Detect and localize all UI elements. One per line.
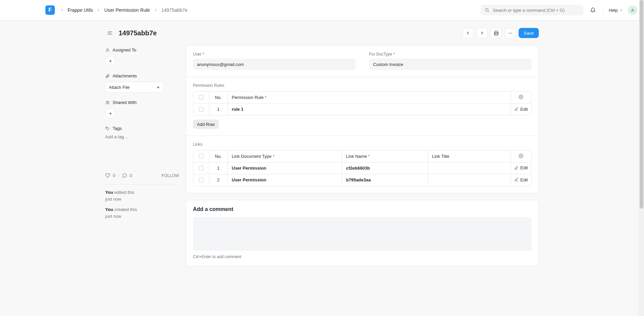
menu-icon (107, 30, 113, 36)
next-button[interactable] (476, 28, 488, 38)
svg-point-8 (512, 33, 512, 33)
required-asterisk: * (203, 52, 204, 57)
notifications-button[interactable] (588, 5, 598, 15)
help-dropdown[interactable]: Help (609, 8, 623, 13)
row-lname: b795ade3aa (346, 177, 371, 182)
attachments-section-title: Attachments (105, 73, 179, 78)
comment-section-title: Add a comment (193, 206, 532, 212)
follow-button[interactable]: FOLLOW (162, 173, 179, 178)
svg-point-15 (108, 101, 109, 102)
links-section-label: Links (193, 142, 532, 147)
row-lname: cf2eb6603b (346, 166, 370, 171)
svg-point-20 (521, 155, 522, 156)
col-rule-header: Permission Rule * (228, 92, 511, 103)
col-no-header: No. (209, 92, 228, 103)
sidebar-toggle-button[interactable] (105, 28, 115, 38)
row-rule: rule 1 (232, 107, 244, 112)
doc-stats: 0 · 0 FOLLOW (105, 167, 179, 184)
row-checkbox[interactable] (199, 178, 204, 182)
plus-icon (108, 59, 113, 63)
svg-point-14 (106, 101, 108, 102)
heart-icon[interactable] (105, 173, 110, 178)
chevron-right-icon (59, 8, 64, 12)
svg-line-1 (488, 11, 489, 12)
avatar-letter: A (631, 8, 634, 13)
table-settings-button[interactable] (519, 153, 523, 158)
doctype-field[interactable] (369, 59, 532, 70)
app-logo-letter: F (48, 7, 52, 13)
table-row[interactable]: 1 User Permission cf2eb6603b Edit (193, 162, 531, 174)
chevron-right-icon (153, 8, 158, 12)
col-lname-header: Link Name * (342, 150, 428, 162)
row-no: 1 (209, 162, 228, 174)
printer-icon (494, 31, 499, 36)
select-all-checkbox[interactable] (199, 154, 204, 159)
comment-textarea[interactable] (193, 217, 532, 251)
search-icon (485, 8, 489, 12)
plus-icon (108, 111, 113, 116)
col-no-header: No. (209, 150, 228, 162)
tags-section-title: Tags (105, 126, 179, 131)
dots-icon (508, 31, 513, 36)
plus-icon (156, 85, 160, 90)
activity-item: You edited this just now (105, 189, 179, 202)
activity-text: edited this (113, 190, 134, 195)
assigned-to-label: Assigned To (113, 47, 136, 52)
chevron-down-icon (619, 8, 623, 12)
app-logo[interactable]: F (45, 5, 55, 15)
svg-point-0 (486, 8, 488, 11)
add-assignee-button[interactable] (105, 56, 115, 66)
edit-row-button[interactable]: Edit (514, 177, 528, 182)
add-tag-input[interactable]: Add a tag ... (105, 134, 179, 139)
row-checkbox[interactable] (199, 166, 204, 171)
avatar[interactable]: A (628, 5, 637, 15)
row-ldt: User Permission (232, 166, 267, 171)
edit-row-button[interactable]: Edit (514, 165, 528, 170)
activity-item: You created this just now (105, 206, 179, 219)
scrollbar[interactable] (639, 0, 644, 316)
breadcrumb-link[interactable]: User Permission Rule (104, 7, 150, 13)
required-asterisk: * (368, 154, 370, 159)
table-header-row: No. Permission Rule * (193, 92, 531, 103)
row-no: 1 (209, 103, 228, 115)
required-asterisk: * (273, 154, 274, 159)
table-row[interactable]: 1 rule 1 Edit (193, 103, 531, 115)
activity-time: just now (105, 214, 121, 219)
svg-rect-5 (495, 33, 498, 35)
tags-label: Tags (113, 126, 122, 131)
activity-log: You edited this just now You created thi… (105, 184, 179, 219)
table-row[interactable]: 2 User Permission b795ade3aa Edit (193, 174, 531, 186)
edit-row-button[interactable]: Edit (514, 107, 528, 112)
table-header-row: No. Link Document Type * Link Name * Lin… (193, 150, 531, 162)
search-input[interactable] (492, 7, 579, 13)
breadcrumb-current: 14975abb7e (161, 7, 188, 13)
col-ltitle-header: Link Title (428, 150, 511, 162)
scrollbar-thumb[interactable] (640, 0, 643, 209)
gear-icon (519, 153, 523, 158)
print-button[interactable] (490, 28, 502, 38)
assigned-to-section-title: Assigned To (105, 47, 179, 52)
user-field[interactable] (193, 59, 356, 70)
chevron-right-icon (96, 8, 101, 12)
svg-point-7 (510, 33, 511, 33)
attach-file-button[interactable]: Attach File (105, 82, 164, 93)
search-box[interactable] (481, 5, 583, 15)
svg-point-19 (521, 96, 522, 98)
tag-icon (105, 126, 110, 131)
comment-icon[interactable] (122, 173, 127, 178)
pencil-icon (514, 107, 518, 111)
doctype-field-label: For DocType * (369, 52, 532, 57)
row-checkbox[interactable] (199, 107, 204, 112)
likes-count: 0 (113, 173, 115, 178)
select-all-checkbox[interactable] (199, 95, 204, 100)
add-row-button[interactable]: Add Row (193, 119, 219, 129)
table-settings-button[interactable] (519, 95, 523, 99)
menu-button[interactable] (505, 28, 516, 38)
bell-icon (590, 7, 596, 13)
breadcrumb-link[interactable]: Frappe Utils (68, 7, 93, 13)
dot: · (118, 173, 119, 178)
prev-button[interactable] (462, 28, 474, 38)
links-table: No. Link Document Type * Link Name * Lin… (193, 150, 532, 186)
save-button[interactable]: Save (519, 28, 539, 38)
add-share-button[interactable] (105, 108, 115, 118)
